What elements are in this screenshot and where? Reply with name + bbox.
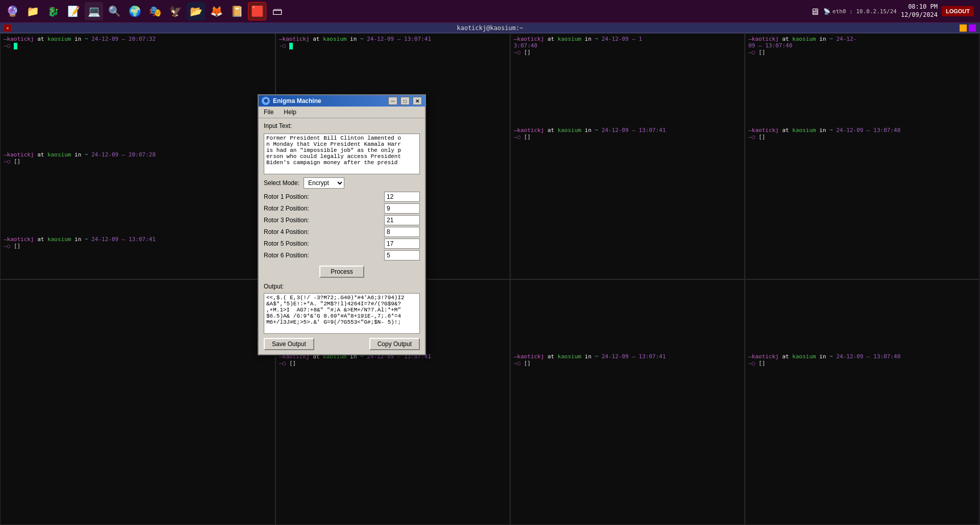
rotor3-label: Rotor 3 Position: [264, 217, 380, 224]
input-text-label: Input Text: [264, 122, 420, 129]
rotor6-label: Rotor 6 Position: [264, 252, 380, 259]
terminal-8: –kaotickj at kaosium in ~ 24-12-09 – 13:… [745, 279, 979, 526]
logout-button[interactable]: LOGOUT [942, 6, 974, 16]
process-button[interactable]: Process [319, 266, 364, 278]
folder-icon[interactable]: 📁 [23, 2, 42, 20]
terminal-5 [0, 279, 275, 526]
rotor3-input[interactable] [384, 215, 420, 225]
rotor2-input[interactable] [384, 203, 420, 214]
window-close-button[interactable]: ✕ [4, 24, 11, 32]
help-menu[interactable]: Help [281, 108, 299, 117]
app1-icon[interactable]: 🔮 [3, 2, 21, 20]
taskbar: 🔮 📁 🐉 📝 💻 🔍 🌍 🎭 🦅 📂 🦊 📔 🟥 🗃 🖥 📡 eth0 : 1… [0, 0, 980, 23]
network-label: eth0 : 10.0.2.15/24 [833, 8, 897, 15]
network-icon: 📡 [823, 8, 831, 15]
rotor2-label: Rotor 2 Position: [264, 205, 380, 212]
rotor-grid: Rotor 1 Position: Rotor 2 Position: Roto… [264, 192, 420, 260]
process-btn-row: Process [264, 266, 420, 278]
monitor-icon: 🖥 [810, 6, 819, 17]
dot-yellow[interactable] [960, 24, 967, 32]
bird-icon[interactable]: 🦅 [166, 2, 185, 20]
output-btn-row: Save Output Copy Output [264, 338, 420, 350]
rotor6-input[interactable] [384, 250, 420, 260]
dialog-title: Enigma Machine [273, 97, 385, 104]
search-icon[interactable]: 🔍 [105, 2, 123, 20]
network-status: 📡 eth0 : 10.0.2.15/24 [823, 8, 897, 15]
clock: 08:10 PM 12/09/2024 [901, 3, 938, 19]
terminal-3: –kaotickj at kaosium in ~ 24-12-09 – 1 3… [510, 33, 745, 279]
close-button[interactable]: ✕ [413, 97, 422, 105]
mode-label: Select Mode: [264, 179, 299, 187]
rotor5-label: Rotor 5 Position: [264, 240, 380, 247]
rotor1-label: Rotor 1 Position: [264, 193, 380, 200]
app7-icon[interactable]: 🎭 [146, 2, 164, 20]
file-menu[interactable]: File [261, 108, 277, 117]
clock-time: 08:10 PM [901, 3, 938, 11]
dialog-content: Input Text: Select Mode: Encrypt Decrypt… [259, 118, 425, 354]
mode-row: Select Mode: Encrypt Decrypt [264, 177, 420, 189]
rotor4-input[interactable] [384, 227, 420, 237]
enigma-dialog: ⚙ Enigma Machine ─ □ ✕ File Help Input T… [258, 94, 426, 355]
rotor4-label: Rotor 4 Position: [264, 228, 380, 235]
active-app-icon[interactable]: 🟥 [248, 2, 266, 20]
output-text-area[interactable] [264, 293, 420, 334]
rotor5-input[interactable] [384, 239, 420, 249]
minimize-button[interactable]: ─ [388, 97, 397, 105]
window-title: kaotickj@kaosium:~ [457, 24, 523, 32]
window-titlebar: ✕ kaotickj@kaosium:~ [0, 23, 980, 33]
rotor1-input[interactable] [384, 192, 420, 202]
dialog-titlebar[interactable]: ⚙ Enigma Machine ─ □ ✕ [259, 95, 425, 107]
clock-date: 12/09/2024 [901, 11, 938, 19]
enigma-icon: ⚙ [262, 97, 270, 105]
terminal-4: –kaotickj at kaosium in ~ 24-12- 09 – 13… [745, 33, 979, 279]
terminal-1: –kaotickj at kaosium in ~ 24-12-09 – 20:… [0, 33, 275, 279]
mode-select[interactable]: Encrypt Decrypt [304, 177, 344, 189]
terminal-icon[interactable]: 💻 [85, 2, 103, 20]
terminal-grid: –kaotickj at kaosium in ~ 24-12-09 – 20:… [0, 33, 980, 525]
files-icon[interactable]: 🗃 [268, 2, 287, 20]
firefox-icon[interactable]: 🦊 [207, 2, 225, 20]
notes-icon[interactable]: 📔 [228, 2, 246, 20]
dot-purple[interactable] [969, 24, 976, 32]
ftp-icon[interactable]: 📂 [187, 2, 205, 20]
globe-icon[interactable]: 🌍 [125, 2, 144, 20]
input-text-area[interactable] [264, 134, 420, 174]
dialog-menubar: File Help [259, 107, 425, 118]
output-label: Output: [264, 283, 420, 290]
maximize-button[interactable]: □ [400, 97, 410, 105]
browser-icon[interactable]: 🐉 [44, 2, 62, 20]
editor-icon[interactable]: 📝 [64, 2, 83, 20]
copy-output-button[interactable]: Copy Output [369, 338, 420, 350]
save-output-button[interactable]: Save Output [264, 338, 314, 350]
terminal-7: –kaotickj at kaosium in ~ 24-12-09 – 13:… [510, 279, 745, 526]
